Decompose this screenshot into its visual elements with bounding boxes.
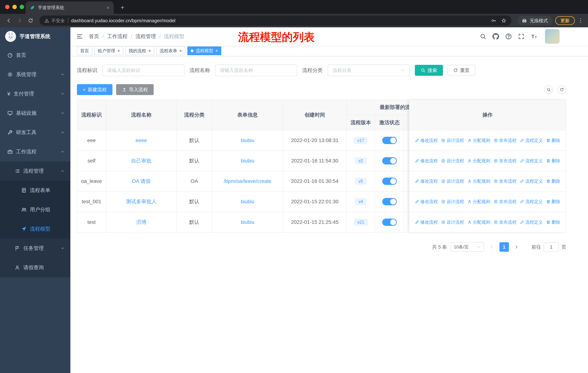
- tags-view-item[interactable]: 流程模型×: [187, 46, 221, 55]
- action-link-link[interactable]: 流程定义: [520, 178, 543, 184]
- process-name-link[interactable]: 滔博: [136, 219, 146, 226]
- forward-icon[interactable]: [15, 15, 25, 26]
- action-assign-user-link[interactable]: 分配规则: [467, 178, 490, 184]
- sidebar-item-process-management[interactable]: 流程管理: [0, 161, 70, 181]
- process-name-link[interactable]: eeee: [136, 138, 147, 143]
- tags-view-item[interactable]: 首页: [77, 46, 92, 55]
- hamburger-icon[interactable]: [76, 33, 83, 40]
- browser-update-button[interactable]: 更新: [555, 16, 575, 25]
- action-edit-link[interactable]: 修改流程: [415, 219, 438, 225]
- sidebar-item-workflow[interactable]: 工作流程: [0, 142, 70, 161]
- new-tab-button[interactable]: +: [119, 4, 126, 11]
- action-edit-link[interactable]: 修改流程: [415, 158, 438, 164]
- bookmark-star-icon[interactable]: [501, 18, 506, 23]
- close-icon[interactable]: ×: [117, 48, 120, 53]
- breadcrumb-item[interactable]: 首页: [89, 33, 99, 40]
- form-info-link[interactable]: biubiu: [241, 219, 254, 225]
- help-icon[interactable]: [505, 33, 512, 40]
- sidebar-item-user-group[interactable]: 用户分组: [0, 200, 70, 219]
- active-toggle[interactable]: [382, 178, 397, 185]
- action-publish-link[interactable]: 发布流程: [494, 219, 516, 225]
- close-icon[interactable]: ×: [215, 48, 218, 53]
- tags-view-item[interactable]: 流程表单×: [156, 46, 185, 55]
- action-design-link[interactable]: 设计流程: [441, 219, 464, 225]
- action-publish-link[interactable]: 发布流程: [494, 178, 516, 184]
- fullscreen-icon[interactable]: [518, 33, 525, 40]
- breadcrumb-item[interactable]: 工作流程: [107, 33, 128, 40]
- app-logo[interactable]: 芋道管理系统: [0, 27, 70, 46]
- sidebar-item-home[interactable]: 首页: [0, 46, 70, 65]
- window-zoom-button[interactable]: [20, 5, 24, 9]
- sidebar-item-process-model[interactable]: 流程模型: [0, 219, 70, 239]
- password-key-icon[interactable]: [491, 18, 496, 23]
- active-toggle[interactable]: [382, 137, 397, 144]
- action-trash-link[interactable]: 删除: [546, 158, 560, 164]
- sidebar-item-task-management[interactable]: 任务管理: [0, 239, 70, 258]
- process-name-link[interactable]: 自己审批: [131, 157, 151, 164]
- sidebar-item-payment[interactable]: ¥支付管理: [0, 84, 70, 103]
- page-size-select[interactable]: 10条/页: [451, 242, 484, 252]
- tags-view-item[interactable]: 我的流程×: [126, 46, 154, 55]
- tags-view-item[interactable]: 租户管理×: [94, 46, 123, 55]
- create-process-button[interactable]: + 新建流程: [77, 84, 113, 95]
- category-select[interactable]: 流程分类: [328, 64, 410, 76]
- action-design-link[interactable]: 设计流程: [441, 178, 464, 184]
- action-assign-user-link[interactable]: 分配规则: [467, 138, 490, 143]
- action-edit-link[interactable]: 修改流程: [415, 199, 438, 204]
- goto-page-input[interactable]: [544, 242, 559, 252]
- form-info-link[interactable]: biubiu: [241, 158, 254, 164]
- import-process-button[interactable]: 导入流程: [116, 84, 154, 95]
- sidebar-item-dev-tools[interactable]: 研发工具: [0, 123, 70, 142]
- action-link-link[interactable]: 流程定义: [520, 219, 543, 225]
- github-icon[interactable]: [493, 33, 499, 40]
- sidebar-item-process-form[interactable]: 流程表单: [0, 181, 70, 200]
- address-bar[interactable]: 不安全 dashboard.yudao.iocoder.cn/bpm/manag…: [39, 15, 511, 26]
- action-edit-link[interactable]: 修改流程: [415, 138, 438, 143]
- next-page-button[interactable]: [513, 242, 521, 252]
- browser-menu-icon[interactable]: ⋮: [577, 18, 584, 23]
- tab-close-icon[interactable]: ×: [107, 5, 109, 10]
- close-icon[interactable]: ×: [179, 48, 182, 53]
- form-info-link[interactable]: biubiu: [241, 199, 254, 204]
- prev-page-button[interactable]: [488, 242, 496, 252]
- breadcrumb-item[interactable]: 流程管理: [136, 33, 156, 40]
- action-design-link[interactable]: 设计流程: [441, 199, 464, 204]
- current-page-button[interactable]: 1: [499, 242, 509, 252]
- action-assign-user-link[interactable]: 分配规则: [467, 158, 490, 164]
- action-link-link[interactable]: 流程定义: [520, 138, 543, 143]
- browser-tab[interactable]: 芋道管理系统 ×: [26, 1, 114, 14]
- back-icon[interactable]: [4, 15, 14, 26]
- reload-icon[interactable]: [26, 15, 36, 26]
- action-trash-link[interactable]: 删除: [546, 219, 560, 225]
- process-id-input[interactable]: [102, 64, 184, 76]
- action-trash-link[interactable]: 删除: [546, 178, 560, 184]
- action-edit-link[interactable]: 修改流程: [415, 178, 438, 184]
- action-assign-user-link[interactable]: 分配规则: [467, 199, 490, 204]
- action-link-link[interactable]: 流程定义: [520, 199, 543, 204]
- refresh-table-button[interactable]: [557, 85, 566, 94]
- form-info-link[interactable]: biubiu: [241, 138, 254, 143]
- active-toggle[interactable]: [382, 198, 397, 205]
- reset-button[interactable]: 重置: [447, 65, 475, 76]
- form-info-link[interactable]: /bpm/oa/leave/create: [224, 178, 271, 184]
- process-name-link[interactable]: 测试多审批人: [126, 198, 157, 205]
- window-close-button[interactable]: [5, 5, 10, 9]
- action-publish-link[interactable]: 发布流程: [494, 199, 516, 204]
- window-minimize-button[interactable]: [12, 5, 17, 9]
- process-name-input[interactable]: [215, 64, 297, 76]
- active-toggle[interactable]: [382, 157, 397, 164]
- security-chip[interactable]: 不安全: [44, 18, 65, 24]
- action-trash-link[interactable]: 删除: [546, 199, 560, 204]
- user-avatar[interactable]: [545, 29, 560, 44]
- search-button[interactable]: 搜索: [415, 65, 443, 76]
- toggle-search-button[interactable]: [544, 85, 553, 94]
- process-name-link[interactable]: OA 请假: [132, 178, 151, 185]
- action-design-link[interactable]: 设计流程: [441, 138, 464, 143]
- sidebar-item-infrastructure[interactable]: 基础设施: [0, 103, 70, 123]
- sidebar-item-system[interactable]: 系统管理: [0, 65, 70, 84]
- font-size-icon[interactable]: TT: [531, 33, 537, 40]
- active-toggle[interactable]: [382, 219, 397, 226]
- search-icon[interactable]: [480, 33, 486, 40]
- action-assign-user-link[interactable]: 分配规则: [467, 219, 490, 225]
- action-link-link[interactable]: 流程定义: [520, 158, 543, 164]
